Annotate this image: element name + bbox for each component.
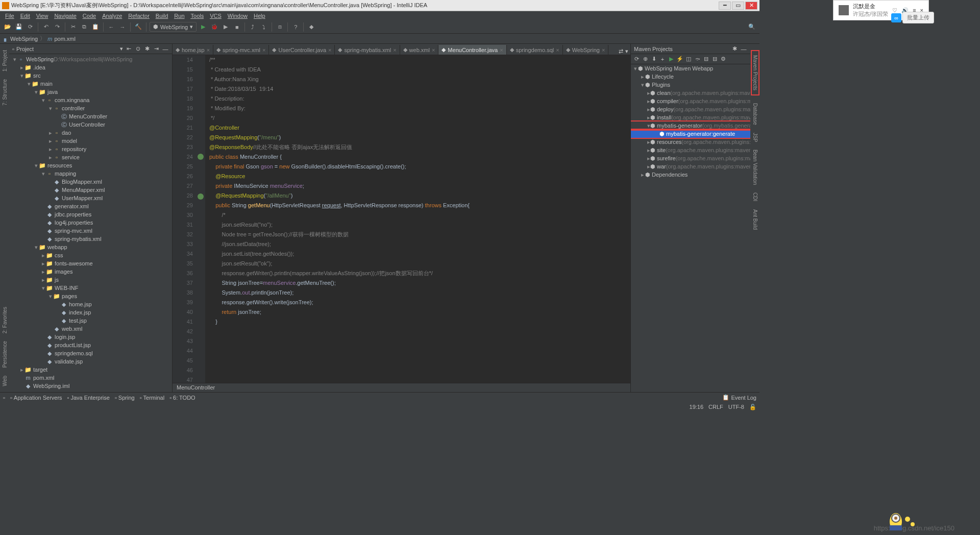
tree-item[interactable]: ▸▫dao xyxy=(9,129,172,137)
help-icon[interactable]: ? xyxy=(291,22,300,32)
strip-Maven-Projects[interactable]: Maven Projects xyxy=(751,50,760,95)
tree-item[interactable]: ◆WebSpring.iml xyxy=(9,382,172,390)
tree-item[interactable]: ▸▫service xyxy=(9,153,172,161)
maven-item[interactable]: ▸⬢surefire (org.apache.maven.plugins:ma xyxy=(631,154,750,162)
tab-spring-mybatis-xml[interactable]: ◆spring-mybatis.xml× xyxy=(335,45,400,55)
bottom-tool-Java-Enterprise[interactable]: ▫Java Enterprise xyxy=(67,395,110,401)
strip-Bean-Validation[interactable]: Bean Validation xyxy=(752,150,758,185)
tree-item[interactable]: ▸📁images xyxy=(9,268,172,276)
menu-window[interactable]: Window xyxy=(225,12,251,19)
bottom-tool-Terminal[interactable]: ▫Terminal xyxy=(140,395,164,401)
tree-item[interactable]: ◆validate.jsp xyxy=(9,357,172,366)
menu-vcs[interactable]: VCS xyxy=(207,12,225,19)
tree-item[interactable]: ⒸUserController xyxy=(9,120,172,129)
breadcrumb-project[interactable]: WebSpring xyxy=(10,36,38,42)
tree-item[interactable]: ▾📁webapp xyxy=(9,243,172,251)
vcs-icon[interactable]: ⤴ xyxy=(248,22,257,32)
maven-item[interactable]: ▸⬢deploy (org.apache.maven.plugins:mave xyxy=(631,105,750,113)
readonly-icon[interactable]: 🔓 xyxy=(749,404,756,410)
maven-item[interactable]: ▸⬢install (org.apache.maven.plugins:mave… xyxy=(631,113,750,121)
tree-item[interactable]: ◆jdbc.properties xyxy=(9,210,172,218)
maven-item[interactable]: ▸⬢compiler (org.apache.maven.plugins:ma xyxy=(631,97,750,105)
line-sep[interactable]: CRLF xyxy=(708,404,723,410)
tree-item[interactable]: ▸📁js xyxy=(9,276,172,284)
tool-windows-icon[interactable]: ▫ xyxy=(3,395,5,401)
hide-icon[interactable]: ⇥ xyxy=(153,45,160,53)
close-icon[interactable]: × xyxy=(602,47,605,53)
tree-item[interactable]: ◆productList.jsp xyxy=(9,341,172,349)
strip-7-Structure[interactable]: 7: Structure xyxy=(2,79,8,106)
cut-icon[interactable]: ✂ xyxy=(68,22,78,32)
undo-icon[interactable]: ↶ xyxy=(41,22,51,32)
chevron-down-icon[interactable]: ▾ xyxy=(120,45,123,52)
minimize-icon[interactable]: — xyxy=(162,45,169,53)
collapse-icon[interactable]: ⊟ xyxy=(711,56,718,63)
run-config-dropdown[interactable]: ⬢ WebSpring ▾ xyxy=(150,22,197,32)
tree-item[interactable]: ▾▫controller xyxy=(9,104,172,112)
skip-icon[interactable]: ⤼ xyxy=(694,56,701,63)
tree-item[interactable]: ▸▫repository xyxy=(9,145,172,153)
collapse-icon[interactable]: ⇤ xyxy=(125,45,132,53)
execute-icon[interactable]: ⚡ xyxy=(676,56,683,63)
gear-icon[interactable]: ✱ xyxy=(731,45,738,53)
menu-run[interactable]: Run xyxy=(171,12,187,19)
menu-build[interactable]: Build xyxy=(153,12,171,19)
tab-overflow-icon[interactable]: ⇄ xyxy=(619,48,623,55)
settings-icon[interactable]: ⚙ xyxy=(720,56,727,63)
menu-help[interactable]: Help xyxy=(251,12,268,19)
maven-item[interactable]: ▸⬢site (org.apache.maven.plugins:maven-s xyxy=(631,146,750,154)
bottom-tool-Application-Servers[interactable]: ▫Application Servers xyxy=(10,395,62,401)
menu-tools[interactable]: Tools xyxy=(188,12,207,19)
tab-UserController-java[interactable]: ◆UserController.java× xyxy=(269,45,335,55)
structure-icon[interactable]: ⧈ xyxy=(275,22,284,32)
event-log[interactable]: 📋 Event Log xyxy=(722,394,756,401)
strip-Ant-Build[interactable]: Ant Build xyxy=(752,209,758,230)
strip-CDI[interactable]: CDI xyxy=(752,192,758,201)
tree-item[interactable]: ◆generator.xml xyxy=(9,202,172,210)
tree-item[interactable]: ▾📁pages xyxy=(9,292,172,300)
tree-item[interactable]: ◆spring-mybatis.xml xyxy=(9,235,172,243)
toggle-icon[interactable]: ◫ xyxy=(685,56,692,63)
tree-item[interactable]: ▾📁src xyxy=(9,71,172,80)
copy-icon[interactable]: ⧉ xyxy=(80,22,89,32)
close-icon[interactable]: × xyxy=(328,47,331,53)
run-coverage-icon[interactable]: ▶ xyxy=(221,22,230,32)
run-icon[interactable]: ▶ xyxy=(668,56,675,63)
redo-icon[interactable]: ↷ xyxy=(53,22,62,32)
back-icon[interactable]: ← xyxy=(107,22,116,32)
maximize-button[interactable]: ▭ xyxy=(732,2,744,10)
tree-item[interactable]: ▸▫model xyxy=(9,137,172,145)
maven-item[interactable]: ▾⬢Plugins xyxy=(631,81,750,89)
tree-item[interactable]: ▸📁fonts-awesome xyxy=(9,259,172,268)
strip-Database[interactable]: Database xyxy=(752,103,758,125)
generate-icon[interactable]: ⊕ xyxy=(642,56,649,63)
tab-spring-mvc-xml[interactable]: ◆spring-mvc.xml× xyxy=(213,45,269,55)
debug-icon[interactable]: 🐞 xyxy=(210,22,219,32)
menu-file[interactable]: File xyxy=(2,12,17,19)
tree-item[interactable]: ▸📁target xyxy=(9,366,172,374)
tree-item[interactable]: ◆MenuMapper.xml xyxy=(9,186,172,194)
locate-icon[interactable]: ⊙ xyxy=(134,45,141,53)
editor-crumb-label[interactable]: MenuController xyxy=(177,384,215,391)
bottom-tool-Spring[interactable]: ▫Spring xyxy=(115,395,135,401)
maven-item[interactable]: ▾⬢WebSpring Maven Webapp xyxy=(631,64,750,72)
close-icon[interactable]: × xyxy=(207,47,210,53)
tree-item[interactable]: ◆UserMapper.xml xyxy=(9,194,172,202)
tab-home-jsp[interactable]: ◆home.jsp× xyxy=(173,45,213,55)
close-icon[interactable]: × xyxy=(432,47,435,53)
code-content[interactable]: /** * Created with IDEA * Author:Nana Xi… xyxy=(205,55,630,383)
tree-item[interactable]: ◆BlogMapper.xml xyxy=(9,178,172,186)
tab-MenuController-java[interactable]: ◆MenuController.java× xyxy=(438,45,506,55)
maven-item[interactable]: ▸⬢clean (org.apache.maven.plugins:maven xyxy=(631,89,750,97)
tree-item[interactable]: ◆index.jsp xyxy=(9,308,172,317)
minimize-button[interactable]: ━ xyxy=(719,2,731,10)
tree-item[interactable]: ▾📁java xyxy=(9,88,172,96)
open-icon[interactable]: 📂 xyxy=(3,22,12,32)
reimport-icon[interactable]: ⟳ xyxy=(633,56,640,63)
bottom-tool-6-TODO[interactable]: ▫6: TODO xyxy=(169,395,195,401)
tree-item[interactable]: ◆login.jsp xyxy=(9,333,172,341)
strip-2-Favorites[interactable]: 2: Favorites xyxy=(2,307,8,333)
tree-item[interactable]: mpom.xml xyxy=(9,374,172,382)
menu-edit[interactable]: Edit xyxy=(17,12,33,19)
tree-item[interactable]: ◆web.xml xyxy=(9,325,172,333)
